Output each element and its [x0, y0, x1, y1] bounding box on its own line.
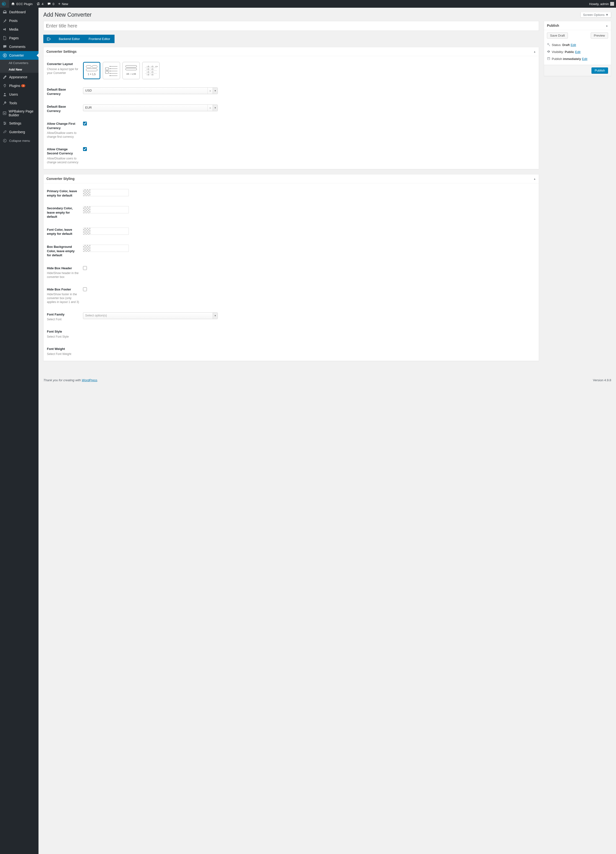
svg-point-8 — [3, 139, 6, 142]
sidebar-item-label: Settings — [9, 121, 21, 125]
font-style-label: Font Style — [47, 329, 79, 334]
submenu-item-all-converters[interactable]: All Converters — [0, 60, 38, 66]
sidebar-item-comments[interactable]: Comments — [0, 43, 38, 51]
clear-icon[interactable]: × — [207, 88, 213, 94]
layout-2-icon: $ — [105, 64, 119, 78]
svg-rect-27 — [126, 68, 137, 70]
publish-button[interactable]: Publish — [592, 67, 608, 73]
svg-point-7 — [4, 124, 5, 125]
footer-version: Version 4.9.8 — [593, 378, 611, 382]
hide-header-checkbox[interactable] — [83, 266, 87, 270]
primary-color-input[interactable] — [83, 189, 129, 196]
allow-first-checkbox[interactable] — [83, 122, 87, 125]
toggle-box-icon[interactable]: ▲ — [534, 50, 536, 53]
layout-option-3[interactable]: 1$ = 1,5€ — [122, 62, 140, 79]
sidebar-item-gutenberg[interactable]: Gutenberg — [0, 128, 38, 136]
editor-mode-icon-tab[interactable] — [43, 35, 55, 43]
wordpress-icon — [2, 2, 6, 6]
box-bg-color-input[interactable] — [83, 245, 129, 252]
font-color-input[interactable] — [83, 227, 129, 235]
post-title-input[interactable] — [43, 21, 539, 31]
svg-point-21 — [110, 70, 111, 71]
layout-option-4[interactable]: 1,5k1,5k2,0k 2,5k1,5k 1,5k1,5k 1,5k1,5k — [142, 62, 160, 79]
plug-icon — [2, 83, 7, 88]
sidebar-item-plugins[interactable]: Plugins3 — [0, 81, 38, 90]
site-name-link[interactable]: ECC Plugin — [9, 0, 34, 8]
sidebar-item-appearance[interactable]: Appearance — [0, 73, 38, 81]
sidebar-item-converter[interactable]: Converter — [0, 51, 38, 60]
svg-text:1,5k: 1,5k — [151, 71, 154, 73]
svg-text:$: $ — [106, 69, 108, 72]
preview-button[interactable]: Preview — [591, 32, 608, 38]
sidebar-item-wpbakery-page-builder[interactable]: WPBakery Page Builder — [0, 107, 38, 119]
sidebar-item-pages[interactable]: Pages — [0, 34, 38, 43]
hide-footer-checkbox[interactable] — [83, 287, 87, 291]
edit-status-link[interactable]: Edit — [570, 43, 576, 47]
font-color-label: Font Color, leave empty for default — [47, 227, 79, 236]
screen-options-toggle[interactable]: Screen Options ▼ — [580, 12, 611, 18]
base2-value: EUR — [83, 105, 207, 111]
sidebar-item-tools[interactable]: Tools — [0, 99, 38, 107]
edit-visibility-link[interactable]: Edit — [575, 50, 580, 54]
layout-option-1[interactable]: 1 = 1,5 — [83, 62, 100, 79]
svg-text:1 = 1,5: 1 = 1,5 — [88, 73, 96, 76]
transparent-swatch-icon — [83, 245, 90, 252]
status-label: Status: — [552, 43, 561, 47]
chevron-down-icon[interactable]: ▼ — [213, 88, 218, 94]
new-label: New — [62, 2, 68, 6]
allow-second-checkbox[interactable] — [83, 147, 87, 151]
submenu-item-add-new[interactable]: Add New — [0, 66, 38, 73]
status-value: Draft — [562, 43, 570, 47]
updates-link[interactable]: 4 — [34, 0, 45, 8]
wordpress-link[interactable]: WordPress — [82, 378, 97, 382]
font-family-select[interactable]: Select option(s) ▼ — [83, 313, 218, 319]
sidebar-item-label: Posts — [9, 19, 18, 23]
converter-styling-box: Converter Styling ▲ Primary Color, leave… — [43, 174, 539, 361]
clear-icon[interactable]: × — [207, 105, 213, 111]
svg-text:1,5k: 1,5k — [151, 69, 154, 70]
sidebar-item-media[interactable]: Media — [0, 25, 38, 34]
comments-link[interactable]: 0 — [45, 0, 56, 8]
dash-icon — [2, 10, 7, 14]
secondary-color-input[interactable] — [83, 206, 129, 214]
svg-point-17 — [110, 66, 111, 67]
chevron-down-icon[interactable]: ▼ — [213, 105, 218, 111]
save-draft-button[interactable]: Save Draft — [547, 32, 568, 38]
layout-desc: Choose a layout type for your Converter — [47, 67, 79, 75]
comment-icon — [47, 2, 51, 6]
user-icon — [2, 92, 7, 97]
toggle-box-icon[interactable]: ▲ — [606, 24, 608, 27]
font-family-label: Font Family — [47, 313, 79, 317]
font-family-desc: Select Font — [47, 317, 79, 321]
sidebar-item-settings[interactable]: Settings — [0, 119, 38, 128]
svg-text:1,5k: 1,5k — [151, 66, 154, 67]
account-link[interactable]: Howdy, admin — [587, 0, 616, 8]
base2-select[interactable]: EUR × ▼ — [83, 105, 218, 111]
font-weight-desc: Select Font Weight — [47, 352, 79, 356]
chevron-down-icon[interactable]: ▼ — [213, 313, 218, 319]
sidebar-item-posts[interactable]: Posts — [0, 16, 38, 25]
font-style-desc: Select Font Style — [47, 335, 79, 339]
hide-header-label: Hide Box Header — [47, 266, 79, 270]
new-content-link[interactable]: + New — [56, 0, 70, 8]
svg-point-43 — [548, 43, 549, 45]
admin-footer: Thank you for creating with WordPress. V… — [38, 375, 616, 385]
collapse-menu[interactable]: Collapse menu — [0, 136, 38, 145]
collapse-label: Collapse menu — [9, 139, 30, 143]
svg-point-23 — [110, 73, 111, 74]
admin-menu: DashboardPostsMediaPagesCommentsConverte… — [0, 8, 38, 385]
backend-editor-tab[interactable]: Backend Editor — [55, 35, 84, 43]
base1-select[interactable]: USD × ▼ — [83, 87, 218, 94]
edit-schedule-link[interactable]: Edit — [582, 57, 587, 61]
sidebar-item-users[interactable]: Users — [0, 90, 38, 99]
toggle-box-icon[interactable]: ▲ — [534, 177, 536, 180]
layout-label: Converter Layout — [47, 62, 79, 66]
frontend-editor-tab[interactable]: Frontend Editor — [84, 35, 114, 43]
sidebar-item-dashboard[interactable]: Dashboard — [0, 8, 38, 16]
layout-option-2[interactable]: $ — [103, 62, 120, 79]
comment-icon — [2, 44, 7, 49]
brush-icon — [2, 75, 7, 79]
svg-text:1,5k: 1,5k — [147, 71, 149, 73]
svg-point-25 — [110, 75, 111, 76]
wp-logo[interactable] — [0, 0, 9, 8]
